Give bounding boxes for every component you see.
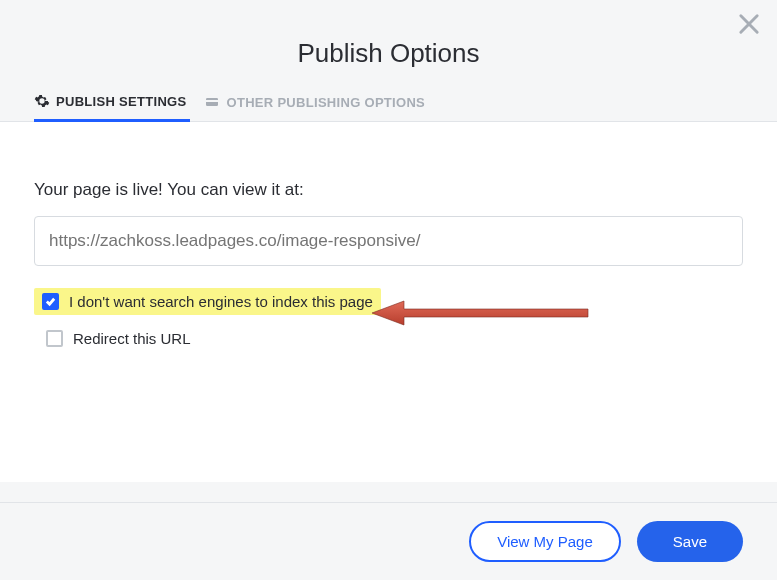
- save-button[interactable]: Save: [637, 521, 743, 562]
- tab-label: PUBLISH SETTINGS: [56, 94, 186, 109]
- tab-other-publishing[interactable]: OTHER PUBLISHING OPTIONS: [204, 93, 429, 121]
- view-my-page-button[interactable]: View My Page: [469, 521, 621, 562]
- tab-publish-settings[interactable]: PUBLISH SETTINGS: [34, 93, 190, 122]
- checkbox-redirect[interactable]: [46, 330, 63, 347]
- svg-rect-1: [206, 100, 218, 102]
- tabs-bar: PUBLISH SETTINGS OTHER PUBLISHING OPTION…: [0, 93, 777, 122]
- gear-icon: [34, 93, 50, 109]
- close-icon[interactable]: [735, 10, 763, 38]
- footer: View My Page Save: [0, 502, 777, 580]
- checkbox-label: I don't want search engines to index thi…: [69, 293, 373, 310]
- url-input[interactable]: [34, 216, 743, 266]
- checkbox-row-redirect[interactable]: Redirect this URL: [34, 325, 199, 352]
- content-area: Your page is live! You can view it at: I…: [0, 122, 777, 482]
- modal-title: Publish Options: [0, 0, 777, 93]
- checkbox-noindex[interactable]: [42, 293, 59, 310]
- checkbox-row-noindex[interactable]: I don't want search engines to index thi…: [34, 288, 381, 315]
- tab-label: OTHER PUBLISHING OPTIONS: [226, 95, 425, 110]
- card-icon: [204, 94, 220, 110]
- page-live-text: Your page is live! You can view it at:: [34, 180, 743, 200]
- checkbox-label: Redirect this URL: [73, 330, 191, 347]
